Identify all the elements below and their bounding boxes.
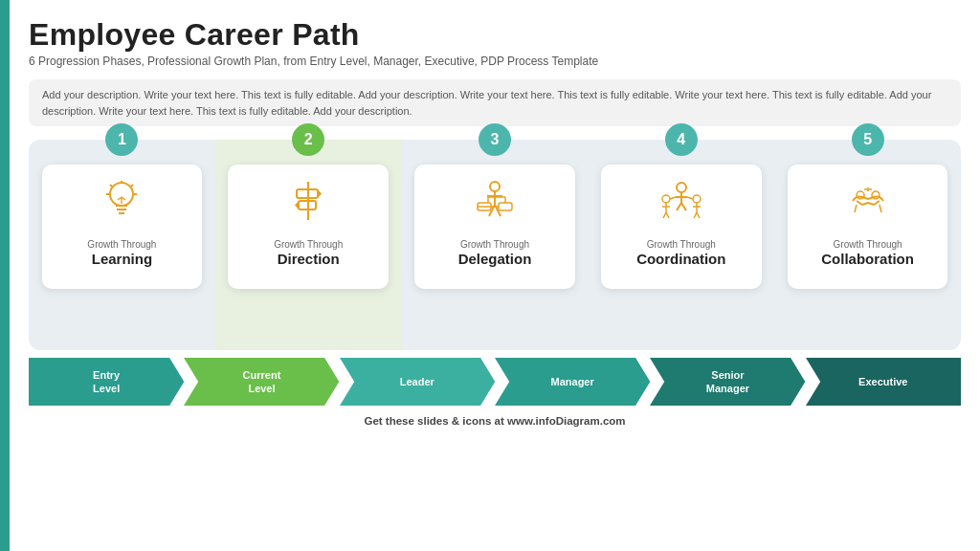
page-subtitle: 6 Progression Phases, Professional Growt…	[29, 55, 961, 68]
svg-line-33	[677, 203, 681, 210]
phase-card-1: Growth Through Learning	[42, 165, 203, 289]
svg-line-44	[697, 212, 700, 218]
svg-marker-16	[295, 201, 299, 209]
phase-number-2: 2	[292, 123, 324, 156]
footer-brand: infoDiagram	[536, 415, 600, 427]
svg-point-47	[857, 191, 864, 199]
svg-line-6	[131, 185, 133, 187]
bulb-icon	[97, 176, 146, 231]
delegation-icon	[470, 176, 520, 231]
svg-line-38	[663, 212, 666, 218]
arrow-label-4: Manager	[551, 376, 594, 387]
svg-line-39	[666, 212, 669, 218]
arrow-senior: SeniorManager	[650, 356, 805, 408]
main-content: Employee Career Path 6 Progression Phase…	[10, 0, 980, 551]
direction-icon	[283, 176, 333, 231]
collaboration-icon	[843, 176, 893, 231]
phase-5-label-main: Collaboration	[821, 251, 914, 267]
arrow-executive: Executive	[806, 356, 961, 408]
page-title: Employee Career Path	[29, 17, 961, 53]
arrow-leader: Leader	[340, 356, 495, 408]
svg-line-45	[670, 197, 676, 199]
arrow-manager: Manager	[495, 356, 650, 408]
footer-end: .com	[600, 415, 626, 427]
phase-4-label-top: Growth Through	[647, 239, 716, 250]
phase-col-2: 2 Growth Through Direction	[215, 140, 402, 350]
svg-marker-14	[318, 189, 322, 198]
phase-col-4: 4	[588, 140, 774, 350]
arrow-label-3: Leader	[400, 376, 434, 387]
phase-number-5: 5	[852, 123, 884, 156]
footer-text: Get these slides & icons at www.	[364, 415, 535, 427]
phase-3-label-main: Delegation	[458, 251, 532, 267]
svg-line-43	[694, 212, 697, 218]
phase-number-1: 1	[105, 123, 138, 156]
phase-2-label-top: Growth Through	[274, 239, 343, 250]
phase-number-4: 4	[665, 123, 698, 156]
svg-point-30	[677, 183, 686, 192]
phase-number-3: 3	[479, 123, 511, 156]
arrows-row: EntryLevel CurrentLevel Leader	[29, 356, 961, 408]
phase-5-label-top: Growth Through	[834, 239, 902, 250]
phase-1-label-top: Growth Through	[87, 239, 156, 250]
svg-point-40	[693, 195, 701, 203]
svg-point-48	[872, 191, 880, 199]
svg-line-50	[880, 205, 881, 212]
svg-point-35	[662, 195, 670, 203]
svg-line-5	[110, 185, 112, 187]
svg-line-49	[855, 205, 857, 212]
phase-4-label-main: Coordination	[636, 251, 725, 267]
phase-col-5: 5 Growth Throug	[774, 140, 961, 350]
diagram-area: 1	[29, 140, 961, 350]
phase-card-3: Growth Through Delegation	[414, 165, 575, 289]
arrow-label-5: SeniorManager	[706, 369, 749, 394]
phase-card-5: Growth Through Collaboration	[788, 165, 948, 289]
phase-card-4: Growth Through Coordination	[601, 165, 762, 289]
svg-rect-24	[499, 203, 512, 210]
coordination-icon	[657, 176, 706, 231]
phase-card-2: Growth Through Direction	[228, 165, 389, 289]
arrow-label-2: CurrentLevel	[243, 369, 281, 394]
accent-bar	[0, 0, 10, 551]
svg-line-34	[681, 203, 686, 210]
arrow-label-6: Executive	[858, 376, 907, 387]
svg-point-17	[490, 182, 500, 191]
arrow-label-1: EntryLevel	[93, 369, 120, 394]
description-box: Add your description. Write your text he…	[29, 79, 961, 126]
phase-2-label-main: Direction	[278, 251, 340, 267]
phase-col-3: 3	[402, 140, 589, 350]
arrow-current: CurrentLevel	[184, 356, 339, 408]
phase-3-label-top: Growth Through	[460, 239, 529, 250]
arrow-entry: EntryLevel	[29, 356, 184, 408]
phase-col-1: 1	[29, 140, 215, 350]
phase-1-label-main: Learning	[92, 251, 152, 267]
svg-line-46	[687, 197, 693, 199]
footer-note: Get these slides & icons at www.infoDiag…	[29, 415, 961, 427]
